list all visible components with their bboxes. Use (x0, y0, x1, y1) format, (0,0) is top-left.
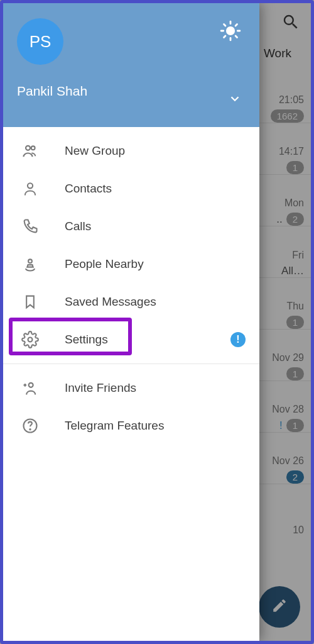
help-icon (19, 415, 41, 436)
nearby-icon (19, 253, 41, 275)
menu-label: Contacts (65, 182, 112, 196)
menu-calls[interactable]: Calls (3, 208, 259, 245)
menu-people-nearby[interactable]: People Nearby (3, 245, 259, 283)
invite-icon (19, 377, 41, 399)
gear-icon (19, 329, 41, 350)
chevron-down-icon (228, 97, 242, 108)
menu-settings[interactable]: Settings ! (3, 321, 259, 358)
bookmark-icon (19, 291, 41, 313)
svg-point-13 (28, 338, 33, 342)
menu-label: New Group (65, 144, 125, 158)
phone-icon (19, 216, 41, 237)
alert-badge: ! (230, 332, 246, 347)
svg-line-5 (224, 25, 225, 26)
menu-divider (3, 364, 259, 364)
drawer-header: PS Pankil Sh (3, 3, 259, 127)
menu-label: People Nearby (65, 257, 144, 271)
menu-label: Settings (65, 333, 108, 347)
menu-invite-friends[interactable]: Invite Friends (3, 369, 259, 407)
menu-label: Calls (65, 219, 91, 233)
svg-point-0 (226, 26, 235, 35)
drawer-menu: New Group Contacts Calls People Nearby S (3, 127, 259, 445)
menu-label: Telegram Features (65, 419, 164, 433)
avatar[interactable]: PS (17, 18, 63, 65)
svg-point-14 (29, 383, 33, 387)
svg-point-10 (31, 146, 35, 150)
person-icon (19, 178, 41, 199)
account-switcher[interactable] (228, 92, 242, 108)
svg-point-11 (28, 183, 33, 188)
svg-point-18 (30, 429, 30, 430)
menu-label: Saved Messages (65, 295, 156, 309)
svg-line-8 (236, 25, 237, 26)
navigation-drawer: PS Pankil Sh (3, 3, 259, 641)
svg-line-7 (224, 36, 225, 37)
menu-contacts[interactable]: Contacts (3, 170, 259, 208)
menu-label: Invite Friends (65, 381, 136, 395)
group-icon (19, 140, 41, 162)
sun-icon (220, 20, 241, 44)
menu-saved-messages[interactable]: Saved Messages (3, 283, 259, 321)
svg-line-6 (236, 36, 237, 37)
svg-point-12 (28, 259, 32, 263)
menu-telegram-features[interactable]: Telegram Features (3, 407, 259, 445)
svg-point-9 (26, 146, 30, 150)
menu-new-group[interactable]: New Group (3, 132, 259, 170)
account-name[interactable]: Pankil Shah (17, 84, 246, 99)
theme-toggle-button[interactable] (217, 18, 244, 46)
